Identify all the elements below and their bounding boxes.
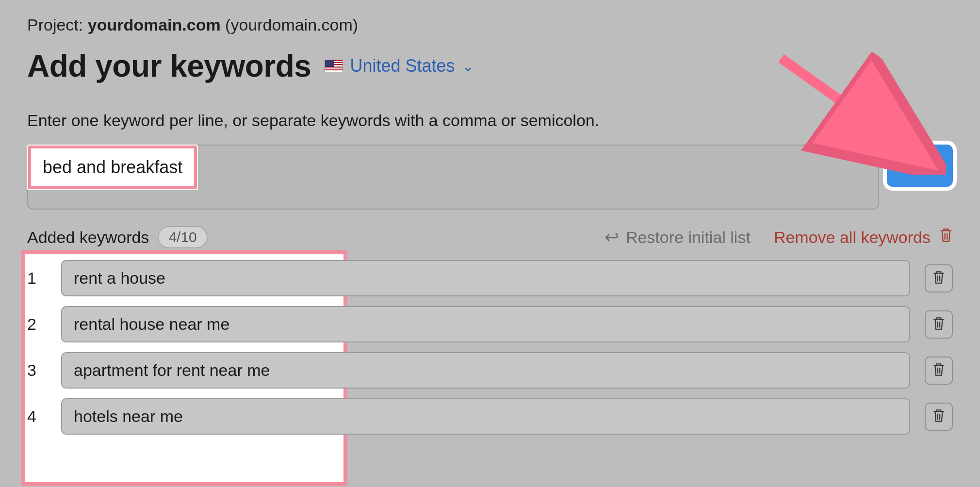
trash-icon	[932, 270, 945, 287]
keyword-cell[interactable]: rental house near me	[61, 306, 910, 342]
keyword-index: 4	[27, 407, 47, 426]
project-suffix: (yourdomain.com)	[221, 16, 358, 34]
project-label-prefix: Project:	[27, 16, 88, 34]
instruction-text: Enter one keyword per line, or separate …	[27, 111, 953, 130]
keyword-index: 2	[27, 315, 47, 334]
undo-icon: ↩	[604, 227, 619, 247]
remove-all-keywords-button[interactable]: Remove all keywords	[774, 227, 953, 247]
keyword-cell[interactable]: rent a house	[61, 260, 910, 296]
delete-keyword-button[interactable]	[925, 357, 953, 385]
delete-keyword-button[interactable]	[925, 264, 953, 292]
keyword-row: 3 apartment for rent near me	[27, 352, 953, 389]
country-selector[interactable]: United States ⌄	[325, 56, 474, 76]
remove-all-label: Remove all keywords	[774, 228, 931, 247]
added-keywords-count: 4/10	[158, 226, 207, 248]
keyword-index: 3	[27, 361, 47, 380]
keyword-input-area[interactable]: bed and breakfast	[27, 145, 879, 210]
trash-icon	[939, 227, 953, 247]
chevron-down-icon: ⌄	[462, 58, 474, 75]
trash-icon	[932, 362, 945, 379]
keyword-row: 1 rent a house	[27, 260, 953, 296]
trash-icon	[932, 316, 945, 333]
delete-keyword-button[interactable]	[925, 403, 953, 431]
keyword-input-value[interactable]: bed and breakfast	[28, 146, 197, 189]
restore-initial-list-button[interactable]: ↩ Restore initial list	[604, 227, 751, 247]
keyword-cell[interactable]: apartment for rent near me	[61, 352, 910, 389]
project-name: yourdomain.com	[88, 16, 221, 34]
delete-keyword-button[interactable]	[925, 310, 953, 339]
keyword-index: 1	[27, 269, 47, 288]
restore-label: Restore initial list	[626, 228, 751, 247]
project-line: Project: yourdomain.com (yourdomain.com)	[27, 16, 953, 34]
keyword-row: 4 hotels near me	[27, 398, 953, 435]
keyword-row: 2 rental house near me	[27, 306, 953, 342]
add-button[interactable]: Add	[887, 145, 953, 187]
trash-icon	[932, 408, 945, 425]
us-flag-icon	[325, 60, 343, 72]
country-name: United States	[350, 56, 455, 76]
keyword-cell[interactable]: hotels near me	[61, 398, 910, 435]
keyword-list: 1 rent a house 2 rental house near me 3 …	[27, 260, 953, 435]
page-title: Add your keywords	[27, 48, 311, 84]
added-keywords-label: Added keywords	[27, 228, 149, 247]
